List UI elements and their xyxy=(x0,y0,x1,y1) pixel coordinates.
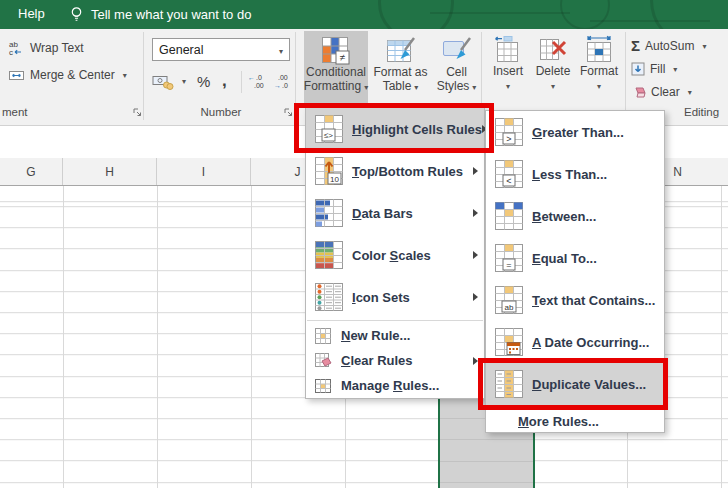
submenu-arrow-icon xyxy=(473,293,478,301)
duplicate-values-icon xyxy=(494,369,524,399)
submenu-item-duplicate-values[interactable]: Duplicate Values... xyxy=(486,363,664,405)
submenu-item-less-than[interactable]: < Less Than... xyxy=(486,153,664,195)
submenu-item-label: Greater Than... xyxy=(532,125,624,140)
format-as-table-label2: Table xyxy=(383,80,419,95)
merge-center-button[interactable]: Merge & Center xyxy=(8,63,127,87)
delete-label: Delete xyxy=(536,65,571,79)
svg-text:≤>: ≤> xyxy=(324,131,333,140)
fill-button[interactable]: Fill xyxy=(631,57,677,81)
submenu-item-label: Duplicate Values... xyxy=(532,377,646,392)
new-rule-icon xyxy=(314,327,332,345)
currency-icon xyxy=(152,73,174,90)
dropdown-caret-icon xyxy=(506,79,510,94)
dropdown-caret-icon xyxy=(551,79,555,94)
comma-style-button[interactable]: , xyxy=(222,69,227,93)
cell-styles-button[interactable]: Cell Styles xyxy=(433,31,480,104)
menu-item-top-bottom-rules[interactable]: 10 Top/Bottom Rules xyxy=(306,150,484,192)
wrap-text-icon: ab c xyxy=(8,40,25,56)
data-bars-icon xyxy=(314,198,344,228)
conditional-formatting-icon: ≠ xyxy=(321,36,351,66)
percent-style-button[interactable]: % xyxy=(197,69,210,93)
svg-text:.0: .0 xyxy=(256,74,262,81)
menu-item-icon-sets[interactable]: Icon Sets xyxy=(306,276,484,318)
accounting-format-button[interactable] xyxy=(152,69,186,93)
insert-button[interactable]: Insert xyxy=(486,31,530,104)
menu-item-label: Icon Sets xyxy=(352,290,410,305)
submenu-arrow-icon xyxy=(473,251,478,259)
group-label-editing: Editing xyxy=(684,106,728,118)
autosum-icon: Σ xyxy=(631,39,640,53)
tab-help[interactable]: Help xyxy=(18,6,45,21)
decrease-decimal-button[interactable]: .00 →.0 xyxy=(274,69,296,93)
merge-center-icon xyxy=(8,67,25,83)
delete-icon xyxy=(538,35,568,65)
dialog-launcher-icon[interactable] xyxy=(132,107,143,118)
tell-me-box[interactable]: Tell me what you want to do xyxy=(70,3,251,26)
group-label-number: Number xyxy=(152,106,290,118)
decorative-circuit-pattern xyxy=(430,12,570,14)
increase-decimal-button[interactable]: ←.0 .00 xyxy=(248,69,270,93)
fill-label: Fill xyxy=(650,62,665,76)
group-separator xyxy=(143,32,144,120)
greater-than-icon: > xyxy=(494,117,524,147)
menu-item-color-scales[interactable]: Color Scales xyxy=(306,234,484,276)
autosum-button[interactable]: Σ AutoSum xyxy=(631,34,706,58)
submenu-item-text-that-contains[interactable]: ab Text that Contains... xyxy=(486,279,664,321)
cell-styles-label2: Styles xyxy=(437,80,477,95)
clear-button[interactable]: Clear xyxy=(631,80,692,104)
number-format-combobox[interactable]: General xyxy=(152,38,290,61)
menu-item-manage-rules[interactable]: Manage Rules... xyxy=(306,373,484,398)
manage-rules-icon xyxy=(314,377,332,395)
menu-separator xyxy=(307,320,483,321)
svg-text:≠: ≠ xyxy=(340,52,346,63)
clear-rules-icon xyxy=(314,352,332,370)
format-as-table-button[interactable]: Format as Table xyxy=(369,31,432,104)
wrap-text-label: Wrap Text xyxy=(30,41,84,55)
svg-text:<: < xyxy=(506,176,511,186)
menu-item-label: Clear Rules xyxy=(341,353,413,368)
submenu-item-between[interactable]: Between... xyxy=(486,195,664,237)
wrap-text-button[interactable]: ab c Wrap Text xyxy=(8,36,84,60)
column-header-i[interactable]: I xyxy=(157,158,251,185)
format-icon xyxy=(584,35,614,65)
column-header-h[interactable]: H xyxy=(63,158,157,185)
svg-text:>: > xyxy=(506,134,511,144)
menu-item-label: Manage Rules... xyxy=(341,378,439,393)
fill-icon xyxy=(631,62,645,76)
menu-item-label: Color Scales xyxy=(352,248,431,263)
submenu-item-equal-to[interactable]: = Equal To... xyxy=(486,237,664,279)
insert-label: Insert xyxy=(493,65,523,79)
format-as-table-label: Format as xyxy=(373,66,427,80)
excel-window: Help Tell me what you want to do ab c Wr… xyxy=(0,0,728,488)
svg-text:.0: .0 xyxy=(282,82,288,89)
delete-button[interactable]: Delete xyxy=(531,31,575,104)
svg-text:=: = xyxy=(506,260,511,270)
highlight-cells-rules-icon: ≤> xyxy=(314,114,344,144)
svg-text:.00: .00 xyxy=(254,82,264,89)
submenu-item-label: More Rules... xyxy=(518,414,599,429)
group-separator xyxy=(625,32,626,120)
top-bottom-rules-icon: 10 xyxy=(314,156,344,186)
title-bar: Help Tell me what you want to do xyxy=(0,0,728,29)
less-than-icon: < xyxy=(494,159,524,189)
insert-icon xyxy=(493,35,523,65)
submenu-item-more-rules[interactable]: More Rules... xyxy=(486,410,664,432)
submenu-item-greater-than[interactable]: > Greater Than... xyxy=(486,111,664,153)
column-header-g[interactable]: G xyxy=(0,158,63,185)
menu-item-new-rule[interactable]: New Rule... xyxy=(306,323,484,348)
dialog-launcher-icon[interactable] xyxy=(283,107,294,118)
menu-item-data-bars[interactable]: Data Bars xyxy=(306,192,484,234)
menu-item-highlight-cells-rules[interactable]: ≤> Highlight Cells Rules xyxy=(306,108,484,150)
menu-item-label: Top/Bottom Rules xyxy=(352,164,463,179)
small-separator xyxy=(241,71,242,93)
percent-icon: % xyxy=(197,73,210,90)
conditional-formatting-button[interactable]: ≠ Conditional Formatting xyxy=(304,31,368,104)
submenu-item-a-date-occurring[interactable]: A Date Occurring... xyxy=(486,321,664,363)
conditional-formatting-label: Conditional xyxy=(306,66,366,80)
format-button[interactable]: Format xyxy=(576,31,622,104)
menu-separator xyxy=(487,407,663,408)
cell-styles-icon xyxy=(442,36,472,66)
merge-center-label: Merge & Center xyxy=(30,68,115,82)
menu-item-clear-rules[interactable]: Clear Rules xyxy=(306,348,484,373)
menu-item-label: New Rule... xyxy=(341,328,410,343)
